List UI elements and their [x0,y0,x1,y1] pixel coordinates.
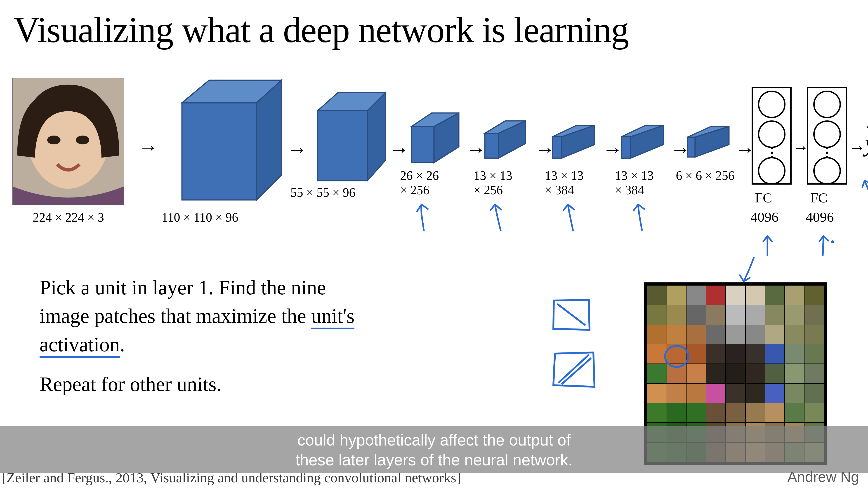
text-line: Repeat for other units. [39,373,221,395]
arrow-icon: → [287,138,307,161]
svg-marker-18 [622,137,631,158]
unit-patches [765,344,824,403]
input-image [12,78,124,205]
svg-marker-15 [553,137,562,158]
svg-point-2 [76,135,89,144]
svg-marker-9 [411,127,434,163]
unit-patches [647,286,706,344]
instruction-text: Pick a unit in layer 1. Find the nine im… [39,273,514,398]
unit-patches [706,344,765,403]
underlined-word: activation [39,333,120,358]
hand-arrow-icon [756,233,779,258]
conv-block-2 [306,90,388,185]
video-caption: could hypothetically affect the output o… [0,430,868,470]
arrow-icon: → [849,138,866,157]
fc2-label: FC [810,190,828,206]
hand-arrow-icon [485,201,512,233]
network-diagram: 224 × 224 × 3 → 110 × 110 × 96 → 55 × 55… [12,74,859,221]
hand-arrow-icon [410,201,437,233]
svg-marker-21 [688,137,695,157]
caption-line: could hypothetically affect the output o… [298,431,571,449]
l5-dim: 13 × 13 × 384 [545,168,584,197]
svg-point-24 [832,241,833,242]
svg-marker-12 [485,133,498,158]
input-dim: 224 × 224 × 3 [33,210,104,225]
conv-block-3 [405,111,463,167]
l6-dim: 13 × 13 × 384 [615,168,654,197]
l4-dim: 13 × 13 × 256 [473,168,513,197]
text-line: image patches that maximize the [39,305,311,327]
fc2-size: 4096 [806,209,834,225]
svg-marker-3 [182,103,256,200]
text: . [120,333,125,356]
fc1-size: 4096 [750,209,778,225]
fc1-label: FC [755,190,772,206]
l2-dim: 55 × 55 × 96 [290,185,355,200]
hand-arrow-icon [813,233,835,258]
conv-block-1 [166,78,284,204]
text-line: Pick a unit in layer 1. Find the nine [39,276,326,299]
hand-arrow-icon [734,255,761,285]
svg-marker-6 [318,111,367,181]
conv-block-7 [685,125,733,162]
svg-point-1 [47,135,61,144]
patch-sketch-2 [549,348,599,393]
fc-layer-2: ⋮ [807,87,847,185]
fc-layer-1: ⋮ [752,87,792,185]
arrow-icon: → [138,135,158,159]
l7-dim: 6 × 6 × 256 [676,168,735,183]
underlined-word: unit's [311,305,354,329]
citation-text: [Zeiler and Fergus., 2013, Visualizing a… [2,470,461,486]
patch-sketch-1 [549,296,594,334]
unit-patches [765,286,824,344]
hand-arrow-icon [627,201,654,233]
conv-block-6 [618,124,668,163]
caption-line: these later layers of the neural network… [296,451,572,469]
arrow-icon: → [792,138,809,157]
l3-dim: 26 × 26 × 256 [400,168,439,197]
author-name: Andrew Ng [787,468,859,485]
l1-dim: 110 × 110 × 96 [162,210,238,225]
hand-arrow-icon [858,176,868,208]
hand-arrow-icon [557,201,584,233]
hand-circle-annotation [664,345,689,368]
unit-patches [706,286,765,344]
output-yhat: yˆ [865,129,868,158]
conv-block-4 [480,120,530,163]
slide-title: Visualizing what a deep network is learn… [13,9,629,51]
conv-block-5 [549,124,599,163]
